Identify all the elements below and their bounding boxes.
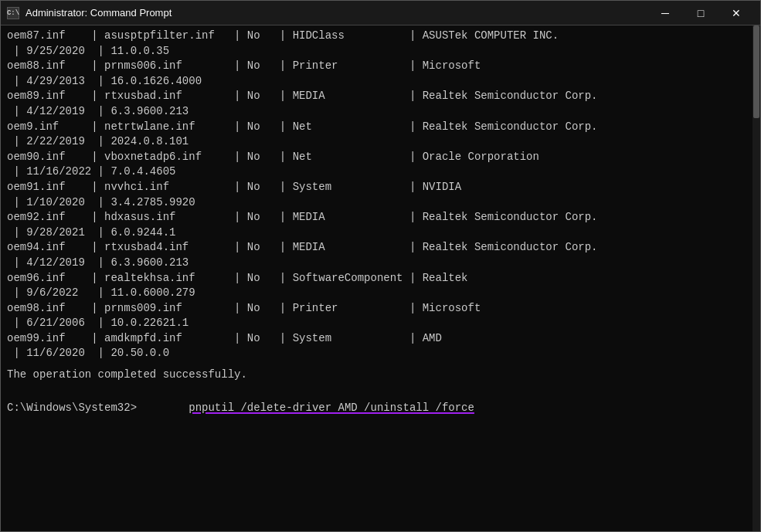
success-message: The operation completed successfully. [7, 368, 754, 383]
line-oem91-ver: | 1/10/2020 | 3.4.2785.9920 [7, 195, 754, 211]
line-oem89-ver: | 4/12/2019 | 6.3.9600.213 [7, 104, 754, 120]
line-oem87: oem87.inf | asusptpfilter.inf | No | HID… [7, 29, 754, 44]
cmd-window: C:\ Administrator: Command Prompt ─ □ ✕ … [0, 0, 761, 532]
title-bar-controls: ─ □ ✕ [647, 1, 754, 25]
line-oem99: oem99.inf | amdkmpfd.inf | No | System |… [7, 331, 754, 347]
line-oem9-ver: | 2/22/2019 | 2024.0.8.101 [7, 134, 754, 150]
line-oem88: oem88.inf | prnms006.inf | No | Printer … [7, 59, 754, 74]
line-oem90-ver: | 11/16/2022 | 7.0.4.4605 [7, 164, 754, 180]
line-oem96-ver: | 9/6/2022 | 11.0.6000.279 [7, 286, 754, 301]
line-oem98-ver: | 6/21/2006 | 10.0.22621.1 [7, 316, 754, 331]
scrollbar-track[interactable] [753, 25, 760, 531]
line-oem88-ver: | 4/29/2013 | 16.0.1626.4000 [7, 74, 754, 90]
line-oem92: oem92.inf | hdxasus.inf | No | MEDIA | R… [7, 210, 754, 225]
maximize-button[interactable]: □ [683, 1, 719, 25]
line-oem96: oem96.inf | realtekhsa.inf | No | Softwa… [7, 271, 754, 286]
close-button[interactable]: ✕ [719, 1, 754, 25]
minimize-button[interactable]: ─ [647, 1, 683, 25]
cmd-icon: C:\ [7, 7, 19, 19]
window-title: Administrator: Command Prompt [25, 7, 172, 19]
line-oem94-ver: | 4/12/2019 | 6.3.9600.213 [7, 256, 754, 271]
line-oem87-ver: | 9/25/2020 | 11.0.0.35 [7, 44, 754, 59]
command-text: pnputil /delete-driver AMD /uninstall /f… [137, 386, 474, 432]
terminal-content[interactable]: oem87.inf | asusptpfilter.inf | No | HID… [1, 25, 760, 531]
line-oem89: oem89.inf | rtxusbad.inf | No | MEDIA | … [7, 89, 754, 104]
line-oem98: oem98.inf | prnms009.inf | No | Printer … [7, 301, 754, 317]
line-oem9: oem9.inf | netrtwlane.inf | No | Net | R… [7, 120, 754, 135]
line-oem99-ver: | 11/6/2020 | 20.50.0.0 [7, 346, 754, 361]
title-bar: C:\ Administrator: Command Prompt ─ □ ✕ [1, 1, 760, 25]
line-oem92-ver: | 9/28/2021 | 6.0.9244.1 [7, 225, 754, 241]
command-underlined: pnputil /delete-driver AMD /uninstall /f… [189, 402, 474, 414]
line-oem90: oem90.inf | vboxnetadp6.inf | No | Net |… [7, 150, 754, 165]
prompt-line: C:\Windows\System32> pnputil /delete-dri… [7, 386, 754, 432]
prompt-text: C:\Windows\System32> [7, 401, 137, 416]
line-oem91: oem91.inf | nvvhci.inf | No | System | N… [7, 180, 754, 195]
scrollbar-thumb[interactable] [753, 25, 759, 118]
line-oem94: oem94.inf | rtxusbad4.inf | No | MEDIA |… [7, 240, 754, 256]
title-bar-left: C:\ Administrator: Command Prompt [7, 7, 172, 19]
